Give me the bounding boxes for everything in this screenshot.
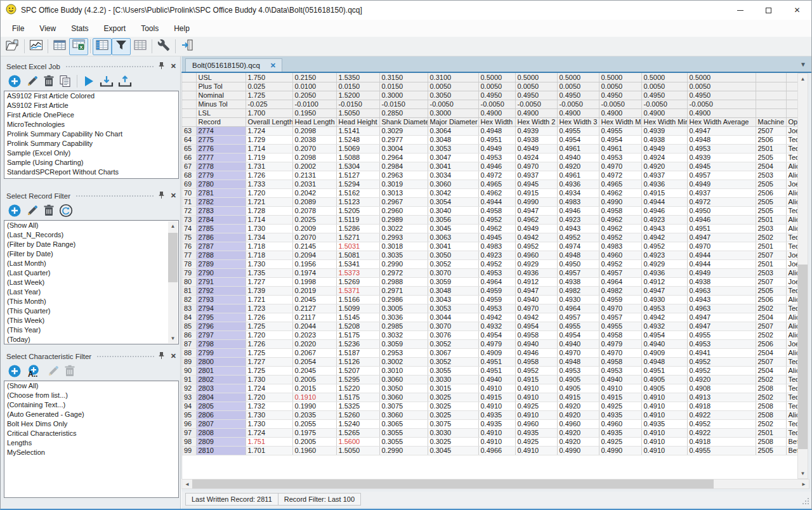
row-number[interactable]: 64	[182, 135, 196, 144]
spec-value[interactable]: 1.5350	[336, 73, 379, 82]
grid-cell[interactable]: 1.730	[246, 375, 292, 384]
grid-cell[interactable]: 2502	[756, 393, 786, 402]
grid-cell[interactable]: 0.4979	[478, 339, 515, 348]
grid-cell[interactable]: 0.4962	[599, 188, 641, 197]
grid-cell[interactable]: 1.5166	[336, 295, 379, 304]
data-row[interactable]: 6427751.7290.20381.52480.29770.30480.495…	[182, 135, 799, 144]
row-number[interactable]: 88	[182, 348, 196, 357]
delete-button[interactable]	[64, 363, 75, 379]
grid-cell[interactable]: Alice	[786, 410, 799, 419]
grid-cell[interactable]: 1.735	[246, 268, 292, 277]
data-row[interactable]: 9628071.7300.20551.52400.30650.30750.493…	[182, 419, 799, 428]
spec-value[interactable]: -0.0050	[515, 100, 557, 108]
grid-cell[interactable]: 0.3060	[379, 410, 428, 419]
tab-list-dropdown-icon[interactable]: ▼	[800, 61, 806, 68]
grid-cell[interactable]: 0.4966	[478, 446, 515, 455]
grid-cell[interactable]: 0.1974	[292, 268, 336, 277]
grid-cell[interactable]: 0.4922	[687, 410, 756, 419]
record-cell[interactable]: 2804	[196, 393, 246, 402]
spec-value[interactable]: 0.4900	[557, 108, 599, 117]
grid-cell[interactable]: 2508	[756, 384, 786, 393]
spec-value[interactable]: 0.0050	[557, 82, 599, 91]
row-number[interactable]: 92	[182, 384, 196, 393]
grid-cell[interactable]: 0.4938	[641, 135, 687, 144]
grid-cell[interactable]: 0.2005	[292, 437, 336, 446]
list-item[interactable]: (Auto Generated - Gage)	[4, 410, 178, 419]
grid-cell[interactable]: Alice	[786, 224, 799, 233]
grid-cell[interactable]: 0.3064	[428, 126, 478, 135]
row-number[interactable]: 99	[182, 446, 196, 455]
spec-value[interactable]: 0.5000	[687, 73, 756, 82]
grid-cell[interactable]: 0.4965	[599, 180, 641, 188]
grid-cell[interactable]: 2506	[756, 188, 786, 197]
grid-cell[interactable]: 1.5119	[336, 215, 379, 224]
menu-stats[interactable]: Stats	[63, 21, 96, 36]
grid-cell[interactable]: Ted	[786, 428, 799, 437]
spec-value[interactable]: 0.4900	[599, 108, 641, 117]
grid-cell[interactable]: 1.5208	[336, 322, 379, 330]
grid-cell[interactable]: 0.4949	[515, 224, 557, 233]
grid-cell[interactable]: 0.4905	[557, 375, 599, 384]
grid-horizontal-scrollbar[interactable]: ◄ ►	[181, 479, 809, 489]
grid-cell[interactable]: 2503	[756, 171, 786, 180]
grid-cell[interactable]: 0.3059	[379, 339, 428, 348]
out-of-spec-cell[interactable]: 1.5600	[336, 437, 379, 446]
grid-cell[interactable]: 0.4930	[641, 295, 687, 304]
grid-cell[interactable]: 0.4954	[557, 330, 599, 339]
list-item[interactable]: Sample (Using Charting)	[4, 158, 178, 167]
grid-cell[interactable]: Joe	[786, 259, 799, 268]
grid-cell[interactable]: 0.4953	[599, 366, 641, 375]
grid-cell[interactable]: 0.4920	[557, 428, 599, 437]
grid-cell[interactable]: 0.4974	[557, 242, 599, 251]
row-number[interactable]: 70	[182, 188, 196, 197]
grid-cell[interactable]: 0.3015	[428, 384, 478, 393]
grid-cell[interactable]: 0.3065	[379, 419, 428, 428]
grid-cell[interactable]: 1.5069	[336, 144, 379, 153]
grid-cell[interactable]: 0.4950	[557, 259, 599, 268]
spec-value[interactable]: 1.725	[246, 91, 292, 100]
menu-help[interactable]: Help	[166, 21, 197, 36]
grid-cell[interactable]: 1.5240	[336, 419, 379, 428]
grid-cell[interactable]: 0.4964	[478, 277, 515, 286]
grid-cell[interactable]: 0.3030	[428, 428, 478, 437]
grid-cell[interactable]: 0.4935	[599, 410, 641, 419]
row-number[interactable]: 94	[182, 402, 196, 410]
grid-cell[interactable]: Ted	[786, 242, 799, 251]
grid-cell[interactable]: 0.4932	[478, 322, 515, 330]
row-gutter[interactable]	[182, 100, 196, 108]
grid-cell[interactable]: 0.4945	[478, 233, 515, 242]
excel-export-button[interactable]: X	[69, 38, 88, 55]
row-number[interactable]: 86	[182, 330, 196, 339]
grid-cell[interactable]: 0.4954	[478, 330, 515, 339]
grid-cell[interactable]: 2505	[756, 180, 786, 188]
list-item[interactable]: (Last Month)	[4, 259, 169, 268]
spec-value[interactable]: 0.4900	[641, 108, 687, 117]
grid-cell[interactable]: 0.4947	[687, 126, 756, 135]
grid-cell[interactable]: 0.4957	[599, 313, 641, 322]
grid-cell[interactable]: 0.2971	[379, 286, 428, 295]
grid-cell[interactable]: 0.4936	[641, 268, 687, 277]
grid-cell[interactable]: 0.4962	[478, 224, 515, 233]
grid-cell[interactable]: 0.4910	[478, 437, 515, 446]
grid-cell[interactable]: 0.3013	[379, 188, 428, 197]
grid-cell[interactable]: 1.5286	[336, 224, 379, 233]
data-row[interactable]: 6727781.7310.20021.53040.29840.30410.494…	[182, 162, 799, 171]
data-row[interactable]: 7427851.7300.20091.52860.30220.30450.496…	[182, 224, 799, 233]
grid-cell[interactable]: 0.4934	[557, 188, 599, 197]
grid-cell[interactable]: 0.4982	[557, 286, 599, 295]
grid-cell[interactable]: 1.724	[246, 428, 292, 437]
row-gutter[interactable]	[182, 117, 196, 126]
grid-cell[interactable]: 0.2070	[292, 144, 336, 153]
grid-cell[interactable]: 0.4953	[599, 153, 641, 162]
grid-cell[interactable]: 1.714	[246, 144, 292, 153]
list-item[interactable]: MySelection	[4, 448, 178, 457]
grid-cell[interactable]: 0.4920	[557, 162, 599, 171]
grid-cell[interactable]: 0.4924	[515, 153, 557, 162]
grid-cell[interactable]: 1.718	[246, 251, 292, 259]
grid-cell[interactable]: Ted	[786, 206, 799, 215]
spec-value[interactable]: 1.5050	[336, 108, 379, 117]
grid-cell[interactable]: 0.4942	[515, 313, 557, 322]
list-item[interactable]: (Filter by Date Range)	[4, 240, 169, 249]
grid-cell[interactable]: 0.2967	[379, 197, 428, 206]
row-number[interactable]: 73	[182, 215, 196, 224]
